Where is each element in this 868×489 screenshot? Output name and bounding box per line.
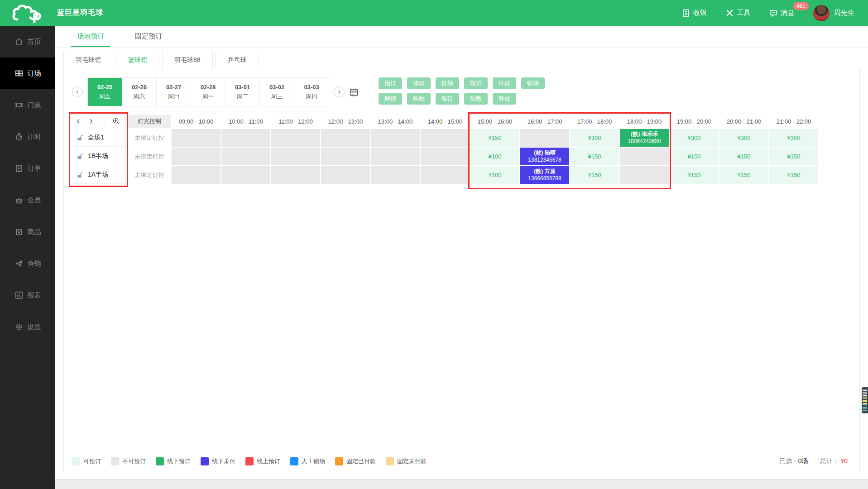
prev-week-button[interactable]: [72, 86, 83, 97]
messages-icon: [769, 9, 777, 17]
sidebar-item-home[interactable]: 首页: [0, 26, 55, 58]
tab-venue-booking[interactable]: 场地预订: [71, 26, 110, 47]
action-button-换场[interactable]: 换场: [436, 77, 459, 89]
date-cell-03-03[interactable]: 03-03周四: [294, 78, 329, 106]
slot-unavailable-r1-c9: [620, 148, 669, 165]
court-header: [72, 115, 125, 128]
time-header-7: 16:00 - 17:00: [520, 115, 569, 128]
slot-available-r0-c10[interactable]: ¥300: [670, 129, 719, 147]
legend-item-不可预订: 不可预订: [111, 457, 146, 465]
action-button-付款[interactable]: 付款: [493, 77, 516, 89]
legend-item-线下未付: 线下未付: [201, 457, 235, 465]
time-header-11: 20:00 - 21:00: [719, 115, 768, 128]
zoom-in-icon[interactable]: [112, 117, 120, 125]
slot-booked-r0-c9[interactable]: (散) 张禾禾18064243650: [620, 129, 669, 147]
legend-label: 不可预订: [122, 457, 146, 465]
slot-booked-r1-c7[interactable]: (散) 陆晴13812345678: [520, 148, 569, 165]
slot-unavailable-r2-c1: [221, 166, 270, 184]
action-button-释放[interactable]: 释放: [493, 93, 516, 105]
date-number: 02-25: [97, 84, 112, 91]
venue-tab-badminton88[interactable]: 羽毛球88: [162, 51, 213, 69]
slot-available-r2-c12[interactable]: ¥150: [769, 166, 818, 184]
action-button-预订[interactable]: 预订: [379, 77, 402, 89]
legend-item-线下预订: 线下预订: [156, 457, 191, 465]
sidebar-item-goods[interactable]: 商品: [0, 216, 55, 248]
main-tabs: 场地预订 固定预订: [55, 26, 868, 48]
messages-button[interactable]: 消息 481: [769, 9, 794, 17]
calendar-icon: [349, 87, 359, 97]
action-button-取消[interactable]: 取消: [464, 77, 488, 89]
legend-swatch: [245, 457, 254, 465]
venue-tab-badminton-hall[interactable]: 羽毛球馆: [63, 51, 113, 69]
court-rows: 全场11B半场1A半场: [72, 129, 125, 184]
date-cell-02-27[interactable]: 02-27周日: [157, 78, 191, 106]
total-amount: 总计： ¥0: [820, 457, 848, 465]
sidebar-item-members[interactable]: 会员: [0, 184, 55, 216]
sidebar-item-tickets[interactable]: 门票: [0, 89, 55, 121]
slot-available-r1-c8[interactable]: ¥150: [570, 148, 619, 165]
sidebar-item-reports[interactable]: 报表: [0, 279, 55, 311]
slot-available-r1-c6[interactable]: ¥100: [470, 148, 519, 165]
slot-available-r0-c12[interactable]: ¥300: [769, 129, 818, 147]
tools-button[interactable]: 工具: [726, 9, 750, 17]
unlock-icon: [77, 172, 83, 178]
slot-unavailable-r0-c0: [172, 129, 221, 147]
court-row-1A半场[interactable]: 1A半场: [72, 166, 125, 184]
slot-booked-r2-c7[interactable]: (散) 方原13666656789: [520, 166, 569, 184]
sidebar-item-settings[interactable]: 设置: [0, 311, 55, 343]
action-button-锁场[interactable]: 锁场: [521, 77, 545, 89]
slot-available-r1-c12[interactable]: ¥150: [769, 148, 818, 165]
action-button-解锁[interactable]: 解锁: [379, 93, 402, 105]
slot-unavailable-r1-c1: [221, 148, 270, 165]
venue-tab-basketball-hall[interactable]: 篮球馆: [116, 51, 159, 69]
date-cell-03-02[interactable]: 03-02周三: [260, 78, 294, 106]
slot-available-r0-c8[interactable]: ¥300: [570, 129, 619, 147]
slot-unavailable-r2-c4: [371, 166, 420, 184]
sidebar-item-orders[interactable]: 订单: [0, 153, 55, 184]
court-name: 全场1: [88, 134, 104, 142]
next-week-button[interactable]: [334, 86, 345, 97]
slot-available-r2-c6[interactable]: ¥100: [470, 166, 519, 184]
date-number: 03-03: [304, 84, 319, 91]
action-button-助教[interactable]: 助教: [464, 93, 488, 105]
calendar-picker-button[interactable]: [349, 87, 359, 97]
slot-unavailable-r2-c5: [421, 166, 470, 184]
slot-available-r0-c6[interactable]: ¥150: [470, 129, 519, 147]
action-row: 预订修改换场取消付款锁场: [379, 77, 545, 89]
court-row-1B半场[interactable]: 1B半场: [72, 148, 125, 165]
chevron-right-icon: [337, 90, 341, 94]
sidebar-item-timing[interactable]: 计时: [0, 121, 55, 153]
date-weekday: 周三: [271, 92, 283, 101]
venue-tab-pingpong[interactable]: 乒乓球: [216, 51, 259, 69]
sidebar-item-booking[interactable]: 订场: [0, 58, 55, 89]
action-button-购物[interactable]: 购物: [407, 93, 431, 105]
slot-available-r1-c11[interactable]: ¥150: [719, 148, 768, 165]
legend-swatch: [335, 457, 343, 465]
goods-icon: [14, 227, 24, 236]
date-cell-02-26[interactable]: 02-26周六: [122, 78, 157, 106]
legend: 可预订不可预订线下预订线下未付线上预订人工锁场固定已付款固定未付款: [72, 457, 427, 465]
slot-available-r2-c10[interactable]: ¥150: [670, 166, 719, 184]
slot-available-r1-c10[interactable]: ¥150: [670, 148, 719, 165]
date-cell-02-25[interactable]: 02-25周五: [88, 78, 122, 106]
action-button-租赁[interactable]: 租赁: [436, 93, 459, 105]
slot-available-r2-c8[interactable]: ¥150: [570, 166, 619, 184]
scroll-left-icon[interactable]: [76, 119, 81, 124]
user-menu[interactable]: 周先生: [813, 5, 854, 21]
action-button-修改[interactable]: 修改: [407, 77, 431, 89]
summary: 已选：0场 总计： ¥0: [779, 457, 848, 465]
date-cell-02-28[interactable]: 02-28周一: [191, 78, 225, 106]
app-logo[interactable]: [0, 3, 55, 23]
court-row-全场1[interactable]: 全场1: [72, 129, 125, 147]
cashier-button[interactable]: 收银: [682, 9, 707, 17]
legend-item-固定未付款: 固定未付款: [386, 457, 427, 465]
tab-fixed-booking[interactable]: 固定预订: [129, 26, 168, 47]
slot-available-r0-c11[interactable]: ¥300: [719, 129, 768, 147]
sidebar-item-marketing[interactable]: 营销: [0, 248, 55, 279]
slot-available-r2-c11[interactable]: ¥150: [719, 166, 768, 184]
scroll-right-icon[interactable]: [88, 119, 94, 124]
legend-swatch: [156, 457, 164, 465]
booking-phone: 13666656789: [528, 175, 561, 182]
date-cell-03-01[interactable]: 03-01周二: [225, 78, 260, 106]
light-control-cell: 未绑定灯控: [128, 129, 171, 147]
